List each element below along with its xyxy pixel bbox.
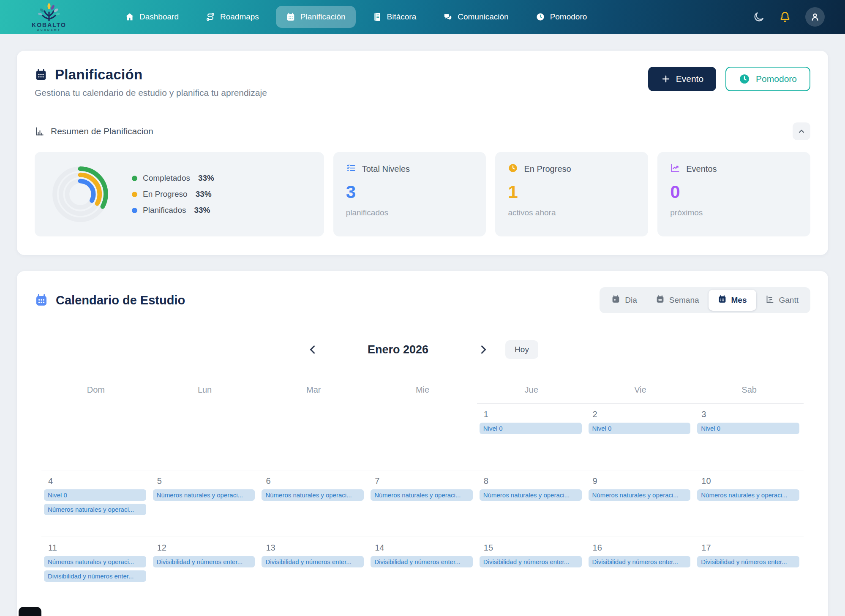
event-chip[interactable]: Nivel 0 bbox=[480, 423, 582, 434]
day-number: 9 bbox=[593, 476, 691, 486]
day-cell-2[interactable]: 2Nivel 0 bbox=[586, 403, 695, 470]
event-chip[interactable]: Nivel 0 bbox=[589, 423, 691, 434]
day-number: 6 bbox=[266, 476, 364, 486]
day-number: 14 bbox=[375, 543, 473, 553]
notifications-button[interactable] bbox=[779, 11, 791, 23]
day-cell-6[interactable]: 6Números naturales y operaci... bbox=[259, 470, 368, 537]
event-chip[interactable]: Números naturales y operaci... bbox=[589, 489, 691, 501]
day-number: 12 bbox=[157, 543, 255, 553]
tree-logo-icon bbox=[37, 3, 61, 21]
nav-item-bitacora[interactable]: Bitácora bbox=[363, 6, 427, 28]
user-avatar[interactable] bbox=[805, 7, 825, 27]
day-number: 5 bbox=[157, 476, 255, 486]
nav-item-planificacion[interactable]: Planificación bbox=[276, 6, 356, 28]
day-cell-17[interactable]: 17Divisibilidad y números enter... bbox=[695, 537, 804, 603]
day-cell-4[interactable]: 4Nivel 0Números naturales y operaci... bbox=[41, 470, 150, 537]
day-cell-5[interactable]: 5Números naturales y operaci... bbox=[150, 470, 259, 537]
event-chip[interactable]: Números naturales y operaci... bbox=[44, 556, 146, 567]
day-cell-11[interactable]: 11Números naturales y operaci...Divisibi… bbox=[41, 537, 150, 603]
day-number: 17 bbox=[701, 543, 799, 553]
nav-item-pomodoro[interactable]: Pomodoro bbox=[526, 6, 597, 28]
day-cell-3[interactable]: 3Nivel 0 bbox=[695, 403, 804, 470]
day-cell-10[interactable]: 10Números naturales y operaci... bbox=[695, 470, 804, 537]
event-chip[interactable]: Divisibilidad y números enter... bbox=[44, 570, 146, 582]
event-chip[interactable]: Divisibilidad y números enter... bbox=[262, 556, 364, 567]
nav-item-dashboard[interactable]: Dashboard bbox=[115, 6, 189, 28]
chart-line-icon bbox=[670, 163, 680, 175]
view-button-gantt[interactable]: Gantt bbox=[756, 290, 808, 311]
view-button-semana[interactable]: Semana bbox=[646, 290, 709, 311]
month-navigation: Enero 2026 Hoy bbox=[35, 340, 810, 359]
event-chip[interactable]: Divisibilidad y números enter... bbox=[480, 556, 582, 567]
event-chip[interactable]: Números naturales y operaci... bbox=[153, 489, 255, 501]
day-cell-14[interactable]: 14Divisibilidad y números enter... bbox=[368, 537, 477, 603]
navbar-right bbox=[753, 7, 825, 27]
brand-name: KOBALTO bbox=[32, 22, 66, 28]
day-cell-9[interactable]: 9Números naturales y operaci... bbox=[586, 470, 695, 537]
legend-label: Completados bbox=[143, 174, 190, 183]
day-cell-1[interactable]: 1Nivel 0 bbox=[477, 403, 586, 470]
day-cell-8[interactable]: 8Números naturales y operaci... bbox=[477, 470, 586, 537]
add-event-button[interactable]: Evento bbox=[648, 67, 716, 91]
day-cell-13[interactable]: 13Divisibilidad y números enter... bbox=[259, 537, 368, 603]
progress-rings-card: Completados33%En Progreso33%Planificados… bbox=[35, 152, 324, 236]
pomodoro-button[interactable]: Pomodoro bbox=[725, 67, 810, 91]
event-chip[interactable]: Números naturales y operaci... bbox=[44, 504, 146, 515]
collapse-summary-button[interactable] bbox=[793, 122, 810, 140]
view-button-mes[interactable]: Mes bbox=[709, 290, 756, 311]
bar-chart-icon bbox=[35, 126, 45, 136]
book-icon bbox=[373, 12, 382, 22]
stat-card-eventos: Eventos0próximos bbox=[657, 152, 810, 236]
view-button-label: Gantt bbox=[779, 296, 799, 305]
day-cell-empty bbox=[368, 403, 477, 470]
nav-item-comunicacion[interactable]: Comunicación bbox=[433, 6, 518, 28]
weekday-header-sab: Sab bbox=[695, 385, 804, 403]
day-cell-12[interactable]: 12Divisibilidad y números enter... bbox=[150, 537, 259, 603]
brand-logo[interactable]: KOBALTO ACADEMY bbox=[24, 3, 74, 31]
view-button-label: Mes bbox=[731, 296, 747, 305]
event-chip[interactable]: Números naturales y operaci... bbox=[697, 489, 799, 501]
event-chip[interactable]: Números naturales y operaci... bbox=[480, 489, 582, 501]
nav-item-roadmaps[interactable]: Roadmaps bbox=[196, 6, 269, 28]
stats-row: Completados33%En Progreso33%Planificados… bbox=[35, 152, 810, 236]
calendar-grid: DomLunMarMieJueVieSab1Nivel 02Nivel 03Ni… bbox=[41, 385, 804, 603]
event-chip[interactable]: Divisibilidad y números enter... bbox=[153, 556, 255, 567]
dev-badge[interactable] bbox=[19, 607, 41, 616]
bell-icon bbox=[779, 11, 791, 23]
event-chip[interactable]: Divisibilidad y números enter... bbox=[371, 556, 473, 567]
legend-item-planificados: Planificados33% bbox=[132, 206, 214, 215]
dark-mode-toggle[interactable] bbox=[753, 11, 765, 23]
nav-item-label: Bitácora bbox=[387, 12, 417, 22]
weekday-header-jue: Jue bbox=[477, 385, 586, 403]
day-number: 8 bbox=[484, 476, 582, 486]
page-title: Planificación bbox=[55, 67, 142, 83]
event-chip[interactable]: Divisibilidad y números enter... bbox=[697, 556, 799, 567]
day-cell-15[interactable]: 15Divisibilidad y números enter... bbox=[477, 537, 586, 603]
event-chip[interactable]: Nivel 0 bbox=[697, 423, 799, 434]
event-chip[interactable]: Divisibilidad y números enter... bbox=[589, 556, 691, 567]
prev-month-button[interactable] bbox=[307, 344, 319, 355]
event-chip[interactable]: Números naturales y operaci... bbox=[262, 489, 364, 501]
legend-dot bbox=[132, 192, 137, 197]
next-month-button[interactable] bbox=[477, 344, 489, 355]
event-chip[interactable]: Nivel 0 bbox=[44, 489, 146, 501]
stat-caption: planificados bbox=[346, 208, 474, 217]
view-button-dia[interactable]: Dia bbox=[602, 290, 646, 311]
day-number: 10 bbox=[701, 476, 799, 486]
calendar-week-icon bbox=[656, 295, 665, 306]
stat-value: 0 bbox=[670, 182, 798, 202]
weekday-header-lun: Lun bbox=[150, 385, 259, 403]
nav-items: DashboardRoadmapsPlanificaciónBitácoraCo… bbox=[115, 6, 597, 28]
calendar-icon bbox=[35, 68, 47, 81]
stat-caption: activos ahora bbox=[508, 208, 635, 217]
day-cell-16[interactable]: 16Divisibilidad y números enter... bbox=[586, 537, 695, 603]
pomodoro-label: Pomodoro bbox=[756, 74, 797, 84]
day-cell-7[interactable]: 7Números naturales y operaci... bbox=[368, 470, 477, 537]
today-button[interactable]: Hoy bbox=[505, 340, 538, 359]
day-number: 7 bbox=[375, 476, 473, 486]
clock-icon bbox=[536, 12, 545, 22]
nav-item-label: Comunicación bbox=[458, 12, 508, 22]
event-chip[interactable]: Números naturales y operaci... bbox=[371, 489, 473, 501]
calendar-month-icon bbox=[718, 295, 727, 306]
weekday-header-mar: Mar bbox=[259, 385, 368, 403]
